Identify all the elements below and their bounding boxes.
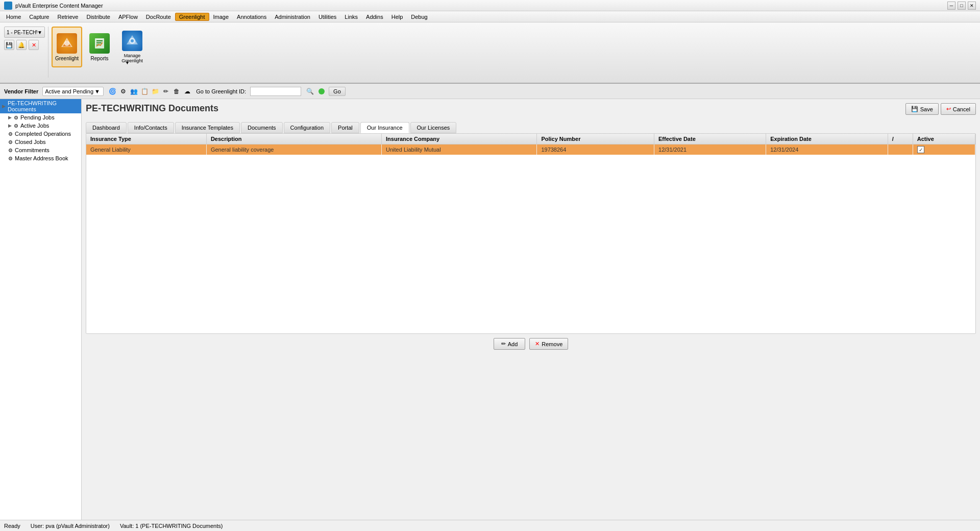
filter-dropdown[interactable]: Active and Pending ▼ xyxy=(42,87,104,96)
cell-policy-number: 19738264 xyxy=(537,144,654,155)
tab-dashboard[interactable]: Dashboard xyxy=(86,122,127,133)
vault-dropdown[interactable]: 1 - PE-TECHWRITING Documer ▼ xyxy=(4,27,45,38)
filter-icon-7[interactable]: ☁ xyxy=(183,87,192,96)
save-button[interactable]: 💾 Save xyxy=(905,103,939,115)
sidebar-item-pending-jobs[interactable]: ▶⚙Pending Jobs xyxy=(0,113,81,122)
insurance-table: Insurance Type Description Insurance Com… xyxy=(86,134,975,155)
menu-item-utilities[interactable]: Utilities xyxy=(314,13,340,21)
go-search-icon[interactable]: 🔍 xyxy=(305,87,314,96)
filter-icon-6[interactable]: 🗑 xyxy=(172,87,181,96)
sidebar-item-master-address-book[interactable]: ⚙Master Address Book xyxy=(0,154,81,162)
cell-expiration-date: 12/31/2024 xyxy=(766,144,888,155)
cancel-button[interactable]: ↩ Cancel xyxy=(941,103,976,115)
cancel-toolbar-button[interactable]: ✕ xyxy=(29,40,39,50)
toolbar: 1 - PE-TECHWRITING Documer ▼ 💾 🔔 ✕ Green… xyxy=(0,22,980,84)
menu-item-annotations[interactable]: Annotations xyxy=(233,13,271,21)
sidebar-item-closed-jobs[interactable]: ⚙Closed Jobs xyxy=(0,138,81,146)
svg-point-9 xyxy=(131,39,134,42)
menu-item-image[interactable]: Image xyxy=(209,13,233,21)
app-icon xyxy=(4,2,12,10)
cell-insurance-company: United Liability Mutual xyxy=(382,144,537,155)
active-checkbox[interactable]: ✓ xyxy=(917,146,924,153)
menu-item-home[interactable]: Home xyxy=(2,13,25,21)
bell-toolbar-button[interactable]: 🔔 xyxy=(16,40,27,50)
add-label: Add xyxy=(508,341,518,347)
filter-icon-1[interactable]: ⚙ xyxy=(118,87,128,96)
cancel-icon: ↩ xyxy=(946,106,951,112)
menu-item-distribute[interactable]: Distribute xyxy=(82,13,114,21)
cell-active[interactable]: ✓ xyxy=(913,144,975,155)
sidebar-node-icon: ⚙ xyxy=(14,115,18,120)
sidebar-node-icon: ⚙ xyxy=(8,139,13,145)
cancel-label: Cancel xyxy=(953,106,970,112)
tabs-row: DashboardInfo/ContactsInsurance Template… xyxy=(86,122,976,133)
table-row[interactable]: General LiabilityGeneral liability cover… xyxy=(86,144,975,155)
close-button[interactable]: ✕ xyxy=(968,2,976,10)
menu-item-debug[interactable]: Debug xyxy=(407,13,431,21)
menu-item-greenlight[interactable]: Greenlight xyxy=(175,13,209,21)
menu-item-apflow[interactable]: APFlow xyxy=(114,13,142,21)
menu-item-help[interactable]: Help xyxy=(387,13,407,21)
remove-label: Remove xyxy=(542,341,562,347)
go-button[interactable]: Go xyxy=(329,87,346,96)
vendor-filter-label: Vendor Filter xyxy=(4,88,38,94)
table-header-row: Insurance Type Description Insurance Com… xyxy=(86,134,975,144)
menu-item-docroute[interactable]: DocRoute xyxy=(142,13,175,21)
go-label: Go to Greenlight ID: xyxy=(196,88,246,94)
tab-documents[interactable]: Documents xyxy=(241,122,283,133)
bottom-buttons: ✏ Add ✕ Remove xyxy=(86,334,976,354)
vault-dropdown-label: 1 - PE-TECHWRITING Documer xyxy=(7,30,37,35)
sidebar-item-active-jobs[interactable]: ▶⚙Active Jobs xyxy=(0,122,81,130)
minimize-button[interactable]: ─ xyxy=(947,2,955,10)
filter-icon-4[interactable]: 📁 xyxy=(151,87,160,96)
filter-icon-2[interactable]: 👥 xyxy=(129,87,138,96)
status-dot xyxy=(318,88,325,94)
reports-button[interactable]: Reports xyxy=(84,27,115,67)
tab-insurance-templates[interactable]: Insurance Templates xyxy=(175,122,240,133)
greenlight-button[interactable]: Greenlight xyxy=(52,27,82,67)
expand-icon: ▶ xyxy=(8,123,12,128)
save-label: Save xyxy=(920,106,933,112)
col-effective-date: Effective Date xyxy=(654,134,766,144)
tab-portal[interactable]: Portal xyxy=(331,122,359,133)
tab-configuration[interactable]: Configuration xyxy=(284,122,330,133)
menubar: HomeCaptureRetrieveDistributeAPFlowDocRo… xyxy=(0,11,980,22)
main: ▶PE-TECHWRITING Documents▶⚙Pending Jobs▶… xyxy=(0,99,980,520)
remove-button[interactable]: ✕ Remove xyxy=(529,338,568,350)
maximize-button[interactable]: □ xyxy=(958,2,966,10)
app-title: pVault Enterprise Content Manager xyxy=(15,3,103,9)
filter-icon-3[interactable]: 📋 xyxy=(140,87,149,96)
col-expiration-date: Expiration Date xyxy=(766,134,888,144)
manage-greenlight-button[interactable]: Manage Greenlight xyxy=(117,27,148,67)
menu-item-administration[interactable]: Administration xyxy=(271,13,314,21)
col-insurance-type: Insurance Type xyxy=(86,134,206,144)
dropdown-arrow: ▼ xyxy=(125,60,130,65)
filterbar: Vendor Filter Active and Pending ▼ 🌀 ⚙ 👥… xyxy=(0,84,980,99)
add-icon: ✏ xyxy=(501,341,506,347)
cell-flag xyxy=(888,144,913,155)
go-input[interactable] xyxy=(250,87,301,96)
titlebar-left: pVault Enterprise Content Manager xyxy=(4,2,103,10)
tab-infocontacts[interactable]: Info/Contacts xyxy=(128,122,174,133)
menu-item-links[interactable]: Links xyxy=(340,13,362,21)
col-policy-number: Policy Number xyxy=(537,134,654,144)
add-button[interactable]: ✏ Add xyxy=(494,338,526,350)
menu-item-addins[interactable]: Addins xyxy=(362,13,387,21)
greenlight-icon xyxy=(57,33,77,54)
menu-item-retrieve[interactable]: Retrieve xyxy=(53,13,82,21)
sidebar-item-commitments[interactable]: ⚙Commitments xyxy=(0,146,81,154)
filter-icon-0[interactable]: 🌀 xyxy=(108,87,117,96)
menu-item-capture[interactable]: Capture xyxy=(25,13,53,21)
sidebar-item-label: Completed Operations xyxy=(15,131,71,137)
svg-rect-4 xyxy=(96,40,103,41)
tab-our-licenses[interactable]: Our Licenses xyxy=(410,122,457,133)
col-insurance-company: Insurance Company xyxy=(382,134,537,144)
save-toolbar-button[interactable]: 💾 xyxy=(4,40,14,50)
svg-point-2 xyxy=(64,41,69,46)
sidebar-item-completed-operations[interactable]: ⚙Completed Operations xyxy=(0,130,81,138)
sidebar-item-label: PE-TECHWRITING Documents xyxy=(8,100,79,112)
cell-effective-date: 12/31/2021 xyxy=(654,144,766,155)
tab-our-insurance[interactable]: Our Insurance xyxy=(360,122,409,133)
filter-icon-5[interactable]: ✏ xyxy=(161,87,170,96)
sidebar-item-pe-techwriting-documents[interactable]: ▶PE-TECHWRITING Documents xyxy=(0,99,81,113)
